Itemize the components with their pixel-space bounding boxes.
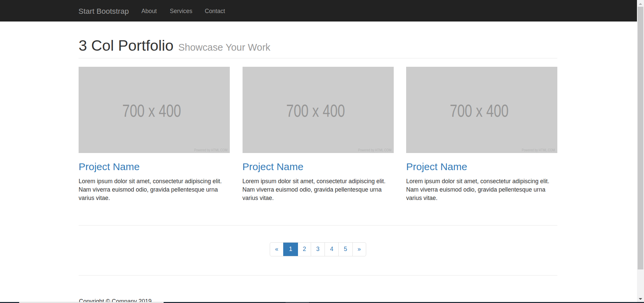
svg-text:700 x 400: 700 x 400: [122, 101, 181, 120]
svg-text:Powered by HTML.COM: Powered by HTML.COM: [522, 148, 555, 152]
svg-text:Powered by HTML.COM: Powered by HTML.COM: [194, 148, 227, 152]
svg-text:700 x 400: 700 x 400: [450, 101, 509, 120]
svg-text:700 x 400: 700 x 400: [286, 101, 345, 120]
svg-text:Powered by HTML.COM: Powered by HTML.COM: [358, 148, 391, 152]
